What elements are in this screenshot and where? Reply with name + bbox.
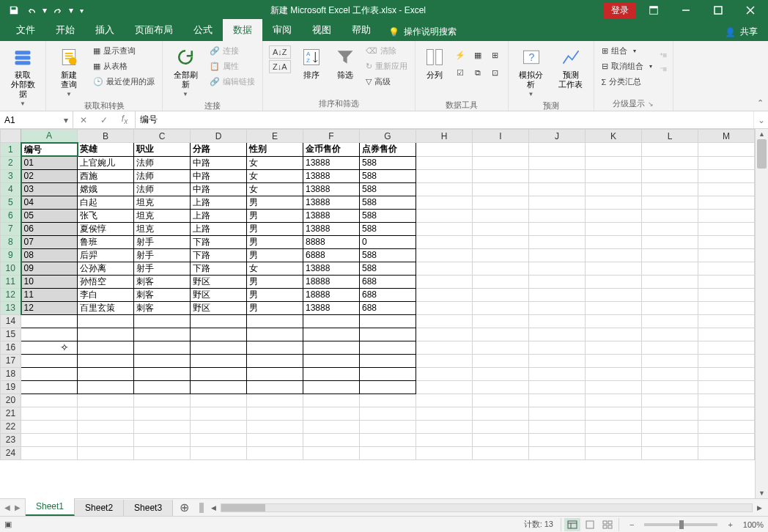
sort-asc-button[interactable]: A↓Z	[269, 45, 291, 59]
redo-button[interactable]	[50, 2, 66, 18]
cell[interactable]	[416, 143, 473, 157]
cell[interactable]	[21, 328, 78, 341]
cell[interactable]: 坦克	[134, 196, 191, 209]
cell[interactable]	[529, 367, 586, 380]
row-header[interactable]: 15	[1, 328, 21, 341]
cell[interactable]: 女	[247, 156, 303, 169]
hscroll-right[interactable]: ▶	[756, 504, 764, 511]
cell[interactable]	[473, 420, 529, 433]
cell[interactable]	[529, 420, 586, 433]
cell[interactable]: 职业	[134, 143, 191, 157]
cell[interactable]: 西施	[78, 169, 134, 182]
cell[interactable]: 白起	[78, 196, 134, 209]
cell[interactable]	[473, 235, 529, 248]
sheet-tab[interactable]: Sheet3	[124, 500, 173, 516]
cell[interactable]: 13888	[303, 301, 360, 314]
row-header[interactable]: 14	[1, 314, 21, 328]
column-header[interactable]: C	[134, 130, 191, 143]
scroll-up-button[interactable]: ▲	[756, 129, 768, 139]
row-header[interactable]: 17	[1, 354, 21, 367]
row-header[interactable]: 23	[1, 433, 21, 446]
name-box[interactable]: ▾	[0, 111, 73, 128]
cell[interactable]	[191, 433, 247, 446]
cell[interactable]	[529, 169, 586, 182]
cell[interactable]	[134, 380, 191, 394]
hscroll-left[interactable]: ◀	[210, 504, 218, 511]
cell[interactable]: 上路	[191, 196, 247, 209]
cell[interactable]	[642, 420, 698, 433]
cell[interactable]: 男	[247, 275, 303, 288]
cell[interactable]: 下路	[191, 262, 247, 275]
sheet-nav-next[interactable]: ▶	[15, 503, 21, 511]
cell[interactable]	[529, 196, 586, 209]
cell[interactable]: 688	[360, 301, 416, 314]
enter-formula-button[interactable]: ✓	[94, 115, 114, 125]
cell[interactable]: 孙悟空	[78, 275, 134, 288]
cell[interactable]	[698, 248, 755, 262]
cell[interactable]	[303, 341, 360, 354]
cell[interactable]	[698, 446, 755, 459]
cell[interactable]: 金币售价	[303, 143, 360, 157]
cell[interactable]: 编号	[21, 143, 78, 157]
cell[interactable]	[78, 380, 134, 394]
cell[interactable]	[416, 248, 473, 262]
cell[interactable]: 女	[247, 169, 303, 182]
normal-view-button[interactable]	[564, 518, 580, 531]
tab-view[interactable]: 视图	[302, 19, 341, 41]
tab-formulas[interactable]: 公式	[183, 19, 223, 41]
row-header[interactable]: 1	[1, 143, 21, 157]
cell[interactable]	[360, 420, 416, 433]
cell[interactable]: 法师	[134, 182, 191, 196]
cell[interactable]	[134, 354, 191, 367]
cell[interactable]	[303, 407, 360, 420]
cell[interactable]	[416, 182, 473, 196]
tab-home[interactable]: 开始	[45, 19, 85, 41]
cell[interactable]	[303, 420, 360, 433]
cell[interactable]	[586, 222, 642, 235]
zoom-slider-thumb[interactable]	[679, 520, 684, 529]
expand-formula-bar[interactable]: ⌄	[753, 111, 768, 128]
cell[interactable]	[134, 420, 191, 433]
sheet-nav-prev[interactable]: ◀	[4, 503, 10, 511]
cell[interactable]: 男	[247, 222, 303, 235]
page-break-view-button[interactable]	[599, 518, 616, 531]
zoom-out-button[interactable]: −	[627, 520, 637, 529]
cell[interactable]	[416, 235, 473, 248]
cell[interactable]	[698, 209, 755, 222]
cell[interactable]	[416, 341, 473, 354]
data-validation-button[interactable]: ☑	[452, 64, 468, 81]
cell[interactable]: 13888	[303, 156, 360, 169]
new-sheet-button[interactable]: ⊕	[173, 499, 195, 516]
cell[interactable]	[529, 275, 586, 288]
cells-table[interactable]: ABCDEFGHIJKLM1编号英雄职业分路性别金币售价点券售价201上官婉儿法…	[0, 129, 755, 460]
cell[interactable]	[134, 446, 191, 459]
cell[interactable]	[303, 380, 360, 394]
minimize-button[interactable]	[671, 0, 701, 21]
cell[interactable]	[78, 433, 134, 446]
cell[interactable]	[360, 341, 416, 354]
cell[interactable]	[642, 354, 698, 367]
cell[interactable]	[698, 420, 755, 433]
manage-data-model-button[interactable]: ⊡	[487, 64, 503, 81]
cell[interactable]	[698, 341, 755, 354]
cell[interactable]	[21, 420, 78, 433]
cell[interactable]	[642, 367, 698, 380]
cell[interactable]: 0	[360, 235, 416, 248]
cell[interactable]	[78, 407, 134, 420]
cell[interactable]	[473, 156, 529, 169]
cell[interactable]: 01	[21, 156, 78, 169]
undo-dropdown[interactable]: ▾	[41, 2, 48, 18]
cell[interactable]: 13888	[303, 262, 360, 275]
cell[interactable]	[642, 433, 698, 446]
group-button[interactable]: ⊞组合▾	[599, 44, 655, 58]
cell[interactable]: 07	[21, 235, 78, 248]
cell[interactable]	[473, 341, 529, 354]
share-button[interactable]: 👤 共享	[715, 23, 768, 41]
cell[interactable]	[416, 301, 473, 314]
cell[interactable]: 刺客	[134, 301, 191, 314]
cell[interactable]	[416, 275, 473, 288]
cell[interactable]: 13888	[303, 182, 360, 196]
cell[interactable]	[473, 222, 529, 235]
cell[interactable]: 04	[21, 196, 78, 209]
cell[interactable]	[416, 354, 473, 367]
